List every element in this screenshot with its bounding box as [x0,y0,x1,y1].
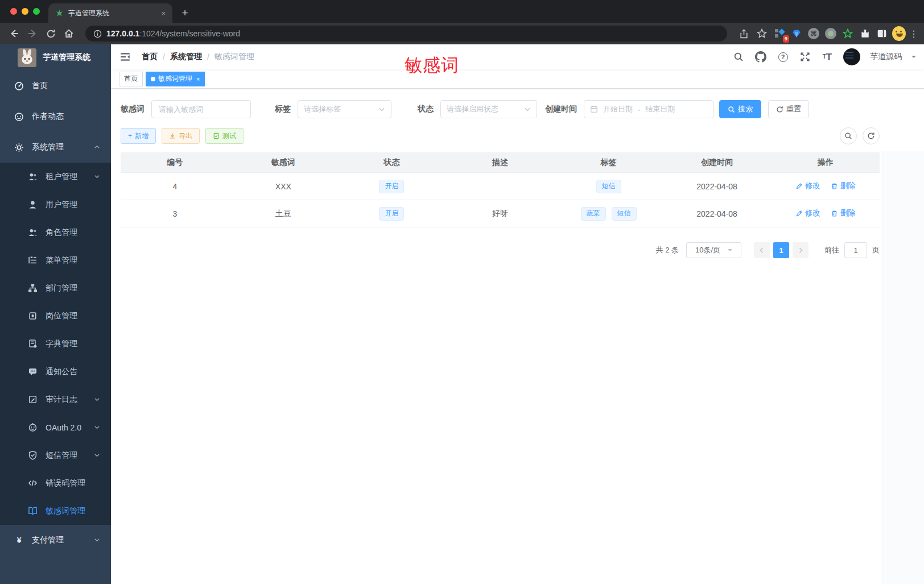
user-avatar[interactable] [843,48,860,65]
sidebar-item-role[interactable]: 角色管理 [0,218,111,246]
tag-badge: 短信 [596,180,621,193]
sidebar-item-dict[interactable]: 字典管理 [0,330,111,358]
bookmark-star-icon[interactable] [754,26,769,41]
tag-home[interactable]: 首页 [119,72,143,86]
page-size-select[interactable]: 10条/页 [686,242,741,258]
goto-page-input[interactable] [844,242,867,258]
search-icon[interactable] [732,51,745,63]
calendar-icon [590,105,598,113]
tag-select[interactable]: 请选择标签 [298,100,391,118]
reset-button[interactable]: 重置 [768,100,809,118]
yen-icon: ¥ [14,536,24,545]
sidebar-item-post[interactable]: 岗位管理 [0,302,111,330]
sidebar-item-sensitive-word[interactable]: 敏感词管理 [0,497,111,525]
sidebar-item-menu[interactable]: 菜单管理 [0,246,111,274]
extension-cmd-icon[interactable]: ⌘ [807,27,820,40]
breadcrumb-home[interactable]: 首页 [142,52,158,62]
close-window-button[interactable] [10,8,17,15]
profile-avatar-icon[interactable] [892,27,906,40]
zoom-window-button[interactable] [33,8,40,15]
share-icon[interactable] [736,26,751,41]
extensions-puzzle-icon[interactable] [858,27,872,40]
reload-icon[interactable] [43,26,58,41]
add-button[interactable]: + 新增 [121,128,156,144]
caret-down-icon[interactable] [911,56,916,60]
delete-link[interactable]: 删除 [831,181,856,191]
gear-icon [14,143,24,152]
sidebar-item-home[interactable]: 首页 [0,71,111,101]
sidebar-item-user[interactable]: 用户管理 [0,190,111,218]
next-page-button[interactable] [793,242,808,258]
code-icon [28,478,38,488]
minimize-window-button[interactable] [22,8,28,15]
test-button[interactable]: 测试 [205,128,244,144]
cell-ops: 修改 删除 [771,200,880,227]
site-info-icon[interactable] [93,30,102,38]
sidebar-item-audit[interactable]: 审计日志 [0,386,111,413]
search-icon [728,106,735,113]
extension-record-icon[interactable] [824,27,838,40]
edit-link[interactable]: 修改 [795,208,820,218]
show-search-icon[interactable] [840,127,857,144]
sidebar-logo[interactable]: 芋道管理系统 [0,44,111,71]
github-icon[interactable] [754,51,767,63]
status-select[interactable]: 请选择启用状态 [440,100,537,118]
export-button-label: 导出 [179,131,192,141]
back-icon[interactable] [7,26,22,41]
username[interactable]: 芋道源码 [870,52,902,62]
sidebar-item-notice[interactable]: 通知公告 [0,358,111,386]
keyword-input[interactable] [151,100,251,118]
forward-icon[interactable] [25,26,40,41]
sidebar-item-errorcode[interactable]: 错误码管理 [0,469,111,497]
sidebar-item-oauth[interactable]: OAuth 2.0 [0,413,111,441]
refresh-table-icon[interactable] [863,127,880,144]
cell-tags: 蔬菜短信 [554,200,663,227]
font-size-icon[interactable]: TT [821,51,834,63]
rabbit-logo-icon [18,48,36,67]
prev-page-button[interactable] [754,242,770,258]
goto-label: 前往 [824,245,839,255]
sidebar-item-system[interactable]: 系统管理 [0,132,111,163]
home-icon[interactable] [61,26,76,41]
browser-tab-title: 芋道管理系统 [68,9,156,18]
extension-grid-icon[interactable]: 9 [773,27,786,40]
sidebar-item-dept[interactable]: 部门管理 [0,274,111,302]
page-number-1[interactable]: 1 [773,242,789,258]
address-bar[interactable]: 127.0.0.1:1024/system/sensitive-word [85,26,727,42]
col-created: 创建时间 [663,153,772,173]
help-icon[interactable]: ? [777,51,789,63]
date-range-picker[interactable]: 开始日期 - 结束日期 [584,100,713,118]
edit-label: 修改 [805,208,820,218]
audit-log-icon [28,395,38,404]
sidebar-item-sms[interactable]: 短信管理 [0,441,111,469]
search-button[interactable]: 搜索 [719,100,761,118]
collapse-sidebar-icon[interactable] [119,51,131,63]
delete-link[interactable]: 删除 [831,208,856,218]
sidebar-item-tenant[interactable]: 租户管理 [0,163,111,190]
pencil-icon [795,183,803,190]
sidebar-item-pay[interactable]: ¥ 支付管理 [0,525,111,556]
table-row: 4 XXX 开启 短信 2022-04-08 修改 删除 [121,173,880,200]
tag-sensitive-word[interactable]: 敏感词管理 × [146,72,205,86]
edit-label: 修改 [805,181,820,191]
extension-star-icon[interactable] [841,27,855,40]
breadcrumb-system[interactable]: 系统管理 [170,52,202,62]
url-text: 127.0.0.1:1024/system/sensitive-word [106,28,240,39]
tag-close-icon[interactable]: × [196,76,200,82]
sidebar-item-label: 租户管理 [46,172,77,182]
fullscreen-icon[interactable] [799,51,811,63]
sidebar-item-label: 审计日志 [46,395,77,405]
browser-tab[interactable]: 芋道管理系统 × [48,3,172,23]
extension-gem-icon[interactable] [790,27,803,40]
status-select-placeholder: 请选择启用状态 [447,104,498,114]
delete-label: 删除 [840,208,856,218]
new-tab-button[interactable]: + [177,5,193,21]
edit-link[interactable]: 修改 [795,181,820,191]
sidebar-item-author[interactable]: 作者动态 [0,101,111,132]
side-panel-icon[interactable] [875,27,889,40]
export-button[interactable]: 导出 [162,128,200,144]
browser-menu-icon[interactable]: ⋮ [909,28,917,39]
breadcrumb: 首页 / 系统管理 / 敏感词管理 [142,52,254,62]
col-tags: 标签 [554,153,663,173]
tab-close-icon[interactable]: × [161,9,166,18]
